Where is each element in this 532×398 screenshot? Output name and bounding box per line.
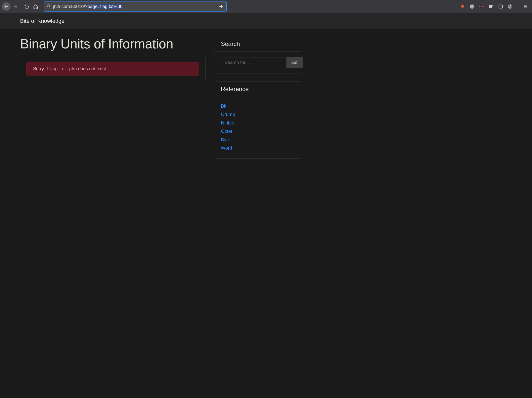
- page-title: Binary Units of Information: [20, 36, 206, 51]
- extension-globe-icon[interactable]: [469, 4, 475, 10]
- page-viewport: Bite of Knowledge Binary Units of Inform…: [0, 13, 532, 398]
- extension-foxyproxy-icon[interactable]: [460, 4, 466, 10]
- browser-extensions: [460, 3, 530, 10]
- menu-button[interactable]: [522, 4, 528, 10]
- site-navbar: Bite of Knowledge: [0, 13, 532, 29]
- reference-link-nibble[interactable]: Nibble: [221, 120, 234, 125]
- home-icon: [33, 4, 38, 9]
- content-card: Sorry, flag.txt.php does not exist.: [20, 56, 206, 82]
- svg-point-0: [47, 5, 49, 7]
- url-go-button[interactable]: [218, 4, 224, 9]
- url-bar-container: jh2i.com:50010/?page=flag.txt%00: [44, 2, 455, 12]
- sidebar-column: Search Go! Reference Bit Crumb Nibble Oc…: [215, 36, 301, 159]
- search-widget: Search Go!: [215, 36, 301, 74]
- sidebar-icon[interactable]: [498, 4, 504, 10]
- url-text: jh2i.com:50010/?page=flag.txt%00: [53, 4, 123, 9]
- reference-link-octet[interactable]: Octet: [221, 128, 232, 134]
- error-alert: Sorry, flag.txt.php does not exist.: [26, 62, 199, 76]
- arrow-right-icon: [218, 4, 224, 9]
- toolbar-separator: [518, 3, 518, 10]
- svg-point-3: [480, 6, 481, 7]
- main-column: Binary Units of Information Sorry, flag.…: [20, 36, 206, 159]
- content-container: Binary Units of Information Sorry, flag.…: [0, 29, 532, 159]
- list-item: Octet: [221, 127, 295, 135]
- arrow-left-icon: [4, 4, 9, 9]
- reload-icon: [24, 4, 29, 9]
- list-item: Bit: [221, 102, 295, 110]
- reference-link-word[interactable]: Word: [221, 145, 232, 151]
- svg-rect-2: [480, 6, 484, 7]
- nav-reload-button[interactable]: [23, 3, 31, 11]
- svg-point-4: [482, 6, 483, 7]
- list-item: Word: [221, 144, 295, 152]
- reference-link-crumb[interactable]: Crumb: [221, 112, 235, 117]
- url-bar[interactable]: jh2i.com:50010/?page=flag.txt%00: [44, 2, 227, 12]
- svg-point-7: [510, 6, 511, 7]
- reference-widget-header: Reference: [215, 82, 301, 97]
- nav-home-button[interactable]: [32, 3, 40, 11]
- list-item: Byte: [221, 136, 295, 143]
- search-widget-header: Search: [215, 36, 301, 52]
- browser-toolbar: jh2i.com:50010/?page=flag.txt%00: [0, 0, 532, 13]
- nav-forward-button[interactable]: [12, 3, 20, 11]
- library-icon[interactable]: [488, 4, 494, 10]
- account-icon[interactable]: [507, 4, 513, 10]
- reference-link-bit[interactable]: Bit: [221, 103, 226, 109]
- alert-filename: flag.txt.php: [46, 66, 77, 71]
- search-icon: [47, 4, 51, 9]
- arrow-right-icon: [13, 4, 18, 9]
- svg-rect-5: [499, 5, 503, 8]
- hamburger-icon: [523, 4, 528, 9]
- search-input[interactable]: [221, 57, 287, 68]
- alert-prefix: Sorry,: [33, 66, 46, 71]
- list-item: Crumb: [221, 111, 295, 118]
- reference-widget: Reference Bit Crumb Nibble Octet Byte Wo…: [215, 81, 301, 159]
- list-item: Nibble: [221, 119, 295, 126]
- brand-link[interactable]: Bite of Knowledge: [20, 18, 64, 24]
- alert-suffix: does not exist.: [77, 66, 107, 71]
- extension-hacker-icon[interactable]: [479, 4, 485, 10]
- reference-link-byte[interactable]: Byte: [221, 137, 230, 142]
- nav-back-button[interactable]: [2, 2, 11, 11]
- reference-list: Bit Crumb Nibble Octet Byte Word: [221, 102, 295, 152]
- search-button[interactable]: Go!: [287, 57, 303, 68]
